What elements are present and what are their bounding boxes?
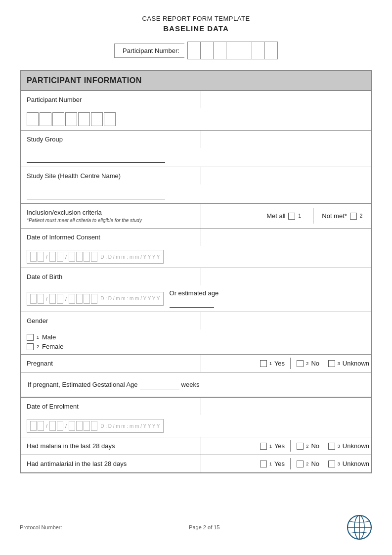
had-antimalarial-options: 1 Yes 2 No 3 Unknown [255,458,371,469]
pregnant-unknown-checkbox[interactable] [328,360,335,367]
pbox-1[interactable] [27,112,39,126]
gender-female-option: 2 Female [27,343,63,350]
row-content-inclusion: Met all 1 Not met* 2 [255,204,372,229]
row-content-gender: 1 Male 2 Female [21,329,255,354]
row-label-inclusion: Inclusion/exclusion criteria *Patient mu… [21,204,201,228]
table-row: If pregnant, Estimated Gestational Age w… [20,372,372,398]
row-label-study-site: Study Site (Health Centre Name) [21,167,201,185]
table-row: Inclusion/exclusion criteria *Patient mu… [20,204,372,229]
row-label-date-of-birth: Date of Birth [21,268,201,285]
row-content-participant-number [21,108,255,130]
top-pbox-3[interactable] [213,42,226,59]
antimalarial-no-checkbox[interactable] [297,461,304,467]
male-checkbox[interactable] [27,334,34,341]
table-row: Gender 1 Male 2 Female [20,312,372,355]
row-content-study-site [21,185,255,203]
pbox-3[interactable] [52,112,64,126]
participant-number-boxes [27,112,117,126]
pbox-5[interactable] [78,112,90,126]
date-informed-consent-field[interactable]: / / D : D / m m : m m / Y Y Y Y [27,250,164,264]
row-label-had-antimalarial: Had antimalarial in the last 28 days [21,455,201,472]
table-row: Date of Enrolment / / D : D / m m : m m … [20,398,372,437]
malaria-no-checkbox[interactable] [297,443,304,450]
row-label-study-group: Study Group [21,131,201,148]
antimalarial-yes-checkbox[interactable] [260,461,267,467]
top-participant-number-label: Participant Number: [114,44,184,58]
footer-logo [347,514,372,540]
not-met-checkbox[interactable] [350,213,357,220]
pbox-4[interactable] [65,112,77,126]
not-met-cell: Not met* 2 [313,208,371,224]
estimated-age-field[interactable] [170,299,214,308]
gender-male-option: 1 Male [27,333,63,341]
gender-options: 1 Male 2 Female [27,333,63,350]
row-content-date-enrolment: / / D : D / m m : m m / Y Y Y Y [21,415,255,437]
top-pbox-4[interactable] [226,42,239,59]
row-label-date-informed-consent: Date of Informed Consent [21,229,201,246]
had-malaria-options: 1 Yes 2 No 3 Unknown [255,440,371,452]
row-content-had-antimalarial: 1 Yes 2 No 3 Unknown [255,455,372,473]
top-participant-number-row: Participant Number: [20,42,372,59]
top-pbox-6[interactable] [252,42,264,59]
row-label-participant-number: Participant Number [21,91,201,108]
protocol-number: Protocol Number: [20,524,62,530]
row-content-study-group [21,148,255,167]
pregnant-options: 1 Yes 2 No 3 Unknown [255,358,371,369]
malaria-yes-checkbox[interactable] [260,443,267,450]
pbox-7[interactable] [104,112,116,126]
row-content-date-of-birth: / / D : D / m m : m m / Y Y Y Y Or estim… [21,285,255,312]
table-row: Had antimalarial in the last 28 days 1 Y… [20,455,372,473]
table-row: Date of Informed Consent / / D : D / m m… [20,229,372,268]
pregnant-yes-cell: 1 Yes [255,358,290,369]
malaria-unknown-cell: 3 Unknown [326,440,371,452]
malaria-no-cell: 2 No [291,440,326,452]
malaria-yes-cell: 1 Yes [255,440,290,452]
table-row: Had malaria in the last 28 days 1 Yes 2 … [20,437,372,455]
row-label-gender: Gender [21,312,201,329]
table-row: Pregnant 1 Yes 2 No [20,355,372,372]
date-of-birth-field[interactable]: / / D : D / m m : m m / Y Y Y Y [27,292,164,306]
female-checkbox[interactable] [27,343,34,350]
antimalarial-yes-cell: 1 Yes [255,458,290,469]
pregnant-no-checkbox[interactable] [297,360,304,367]
table-row: Study Site (Health Centre Name) [20,167,372,204]
row-content-had-malaria: 1 Yes 2 No 3 Unknown [255,437,372,455]
table-row: Participant Number [20,91,372,131]
met-all-checkbox[interactable] [288,213,295,220]
study-site-field[interactable] [27,188,165,199]
section-header: PARTICIPANT INFORMATION [21,71,371,91]
table-row: Study Group [20,131,372,167]
antimalarial-unknown-cell: 3 Unknown [326,458,371,469]
top-pbox-2[interactable] [200,42,213,59]
table-row: Date of Birth / / D : D / m m : m m / Y … [20,268,372,312]
antimalarial-no-cell: 2 No [291,458,326,469]
weeks-label: weeks [181,381,200,388]
row-label-date-enrolment: Date of Enrolment [21,398,201,415]
row-label-pregnant: Pregnant [21,355,201,372]
or-estimated-age-label: Or estimated age [170,289,219,297]
footer: Protocol Number: Page 2 of 15 [20,514,372,540]
if-pregnant-label: If pregnant, Estimated Gestational Age [28,381,138,388]
pregnant-unknown-cell: 3 Unknown [326,358,371,369]
malaria-unknown-checkbox[interactable] [328,443,335,450]
gestational-age-field[interactable] [140,380,179,389]
row-content-pregnant: 1 Yes 2 No 3 Unknown [255,355,372,372]
page: CASE REPORT FORM TEMPLATE BASELINE DATA … [0,0,392,555]
study-group-field[interactable] [27,152,165,163]
top-pbox-5[interactable] [239,42,252,59]
pregnant-yes-checkbox[interactable] [260,360,267,367]
date-enrolment-field[interactable]: / / D : D / m m : m m / Y Y Y Y [27,419,164,433]
pregnant-no-cell: 2 No [291,358,326,369]
estimated-age-container: Or estimated age [170,289,219,308]
antimalarial-unknown-checkbox[interactable] [328,461,335,467]
met-all-cell: Met all 1 [255,208,313,224]
page-number: Page 2 of 15 [189,524,219,530]
form-title: CASE REPORT FORM TEMPLATE [20,15,372,22]
pbox-6[interactable] [91,112,103,126]
row-label-had-malaria: Had malaria in the last 28 days [21,437,201,455]
top-pbox-7[interactable] [264,42,277,59]
top-participant-boxes [187,42,278,59]
row-content-date-informed-consent: / / D : D / m m : m m / Y Y Y Y [21,246,255,268]
top-pbox-1[interactable] [187,42,200,59]
pbox-2[interactable] [40,112,51,126]
